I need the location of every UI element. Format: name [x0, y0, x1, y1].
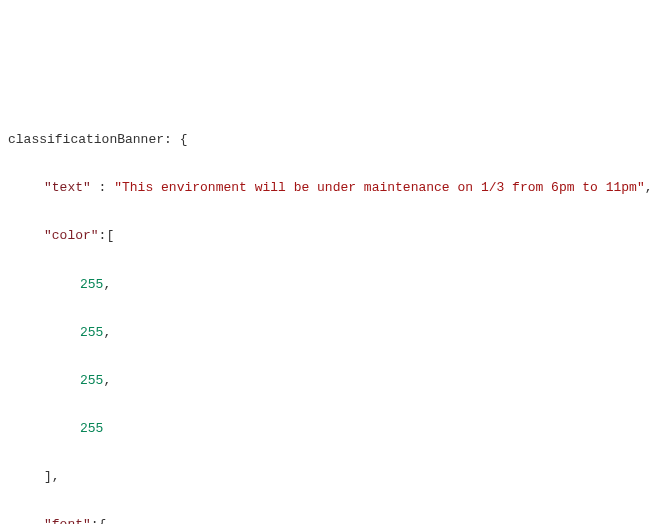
code-line: 255,	[8, 273, 657, 297]
code-line: "text" : "This environment will be under…	[8, 176, 657, 200]
comma: ,	[103, 325, 111, 340]
code-line: "font":{	[8, 513, 657, 524]
code-line: "color":[	[8, 224, 657, 248]
json-key: "font"	[44, 517, 91, 524]
json-key: "color"	[44, 228, 99, 243]
json-number: 255	[80, 421, 103, 436]
comma: ,	[103, 277, 111, 292]
brace-open: : {	[164, 132, 187, 147]
code-line: 255,	[8, 321, 657, 345]
object-key: classificationBanner	[8, 132, 164, 147]
code-line: ],	[8, 465, 657, 489]
bracket-close: ],	[44, 469, 60, 484]
json-key: "text"	[44, 180, 91, 195]
comma: ,	[645, 180, 653, 195]
bracket-open: :[	[99, 228, 115, 243]
colon: :	[91, 180, 114, 195]
json-number: 255	[80, 373, 103, 388]
comma: ,	[103, 373, 111, 388]
code-line: classificationBanner: {	[8, 128, 657, 152]
code-line: 255,	[8, 369, 657, 393]
code-block: classificationBanner: { "text" : "This e…	[8, 104, 657, 524]
json-string: "This environment will be under maintena…	[114, 180, 645, 195]
brace-open: :{	[91, 517, 107, 524]
json-number: 255	[80, 325, 103, 340]
json-number: 255	[80, 277, 103, 292]
code-line: 255	[8, 417, 657, 441]
